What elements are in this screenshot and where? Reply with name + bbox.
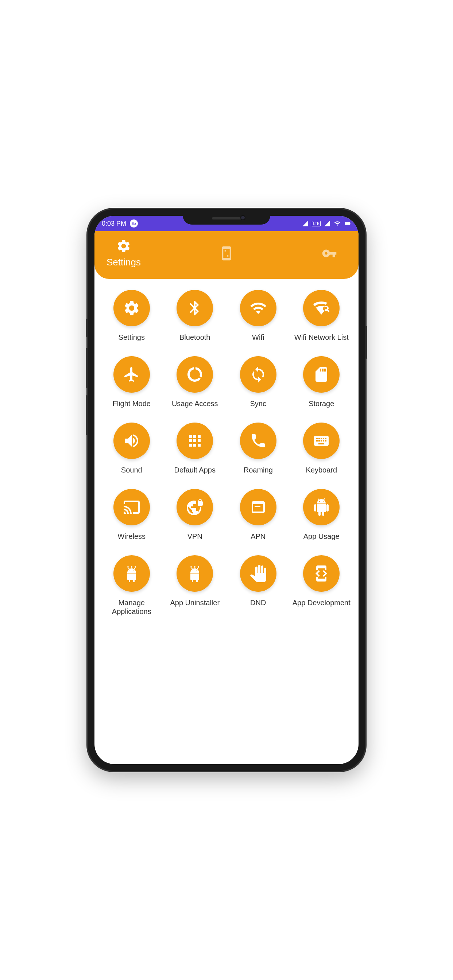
grid-item-app-uninstaller[interactable]: App Uninstaller: [165, 555, 225, 616]
keyboard-icon: [303, 423, 340, 459]
gear-icon: [113, 290, 150, 326]
android-icon: [303, 489, 340, 525]
grid-item-manage-applications[interactable]: Manage Applications: [102, 555, 161, 616]
item-label: Flight Mode: [113, 399, 151, 408]
android-dots-icon: [113, 555, 150, 592]
item-label: APN: [250, 532, 266, 541]
bluetooth-icon: [177, 290, 213, 326]
item-label: Sound: [121, 466, 142, 474]
item-label: Manage Applications: [102, 598, 161, 616]
sync-icon: [240, 356, 276, 393]
grid-item-wifi-network-list[interactable]: Wifi Network List: [292, 290, 352, 342]
hand-icon: [240, 555, 276, 592]
web-panel-icon: [240, 489, 276, 525]
grid-item-flight-mode[interactable]: Flight Mode: [102, 356, 161, 408]
dev-mode-icon: [303, 555, 340, 592]
grid-item-usage-access[interactable]: Usage Access: [165, 356, 225, 408]
apps-grid-icon: [177, 423, 213, 459]
item-label: Wifi: [252, 333, 264, 342]
item-label: Default Apps: [174, 466, 215, 474]
tab-settings[interactable]: Settings: [105, 239, 142, 268]
item-label: Keyboard: [306, 466, 337, 474]
data-usage-icon: [177, 356, 213, 393]
item-label: Settings: [118, 333, 145, 342]
volte-icon: LTE: [312, 221, 321, 226]
phone-frame-icon: [219, 246, 234, 261]
grid-item-sound[interactable]: Sound: [102, 423, 161, 474]
item-label: App Usage: [303, 532, 340, 541]
battery-icon: [344, 220, 351, 227]
header-nav: Settings: [94, 231, 359, 279]
wifi-icon: [240, 290, 276, 326]
item-label: Wifi Network List: [294, 333, 349, 342]
key-icon: [322, 246, 337, 261]
tab-label: Settings: [107, 257, 141, 268]
grid-item-vpn[interactable]: VPN: [165, 489, 225, 541]
tab-device[interactable]: [208, 246, 245, 261]
settings-grid: Settings Bluetooth Wifi Wifi Network Lis…: [94, 279, 359, 627]
item-label: Roaming: [244, 466, 273, 474]
grid-item-wifi[interactable]: Wifi: [228, 290, 288, 342]
item-label: App Uninstaller: [170, 598, 220, 607]
item-label: Usage Access: [172, 399, 218, 408]
airplane-icon: [113, 356, 150, 393]
grid-item-sync[interactable]: Sync: [228, 356, 288, 408]
grid-item-roaming[interactable]: Roaming: [228, 423, 288, 474]
grid-item-bluetooth[interactable]: Bluetooth: [165, 290, 225, 342]
grid-item-keyboard[interactable]: Keyboard: [292, 423, 352, 474]
grid-item-apn[interactable]: APN: [228, 489, 288, 541]
item-label: Sync: [250, 399, 266, 408]
android-dots-icon: [177, 555, 213, 592]
item-label: App Development: [292, 598, 351, 607]
volume-icon: [113, 423, 150, 459]
grid-item-app-development[interactable]: App Development: [292, 555, 352, 616]
status-time: 0:03 PM: [102, 220, 126, 228]
item-label: Wireless: [118, 532, 145, 541]
tab-security[interactable]: [311, 246, 348, 261]
grid-item-dnd[interactable]: DND: [228, 555, 288, 616]
item-label: DND: [250, 598, 266, 607]
grid-item-app-usage[interactable]: App Usage: [292, 489, 352, 541]
wifi-status-icon: [334, 220, 341, 227]
grid-item-settings[interactable]: Settings: [102, 290, 161, 342]
item-label: Bluetooth: [179, 333, 211, 342]
sd-card-icon: [303, 356, 340, 393]
grid-item-default-apps[interactable]: Default Apps: [165, 423, 225, 474]
gear-icon: [116, 239, 131, 254]
signal-icon: [301, 220, 309, 227]
item-label: VPN: [187, 532, 203, 541]
item-label: Storage: [309, 399, 334, 408]
phone-call-icon: [240, 423, 276, 459]
wifi-search-icon: [303, 290, 340, 326]
status-badge-icon: Ex: [130, 220, 138, 228]
cast-icon: [113, 489, 150, 525]
vpn-globe-icon: [177, 489, 213, 525]
grid-item-storage[interactable]: Storage: [292, 356, 352, 408]
grid-item-wireless[interactable]: Wireless: [102, 489, 161, 541]
signal-icon: [324, 220, 331, 227]
